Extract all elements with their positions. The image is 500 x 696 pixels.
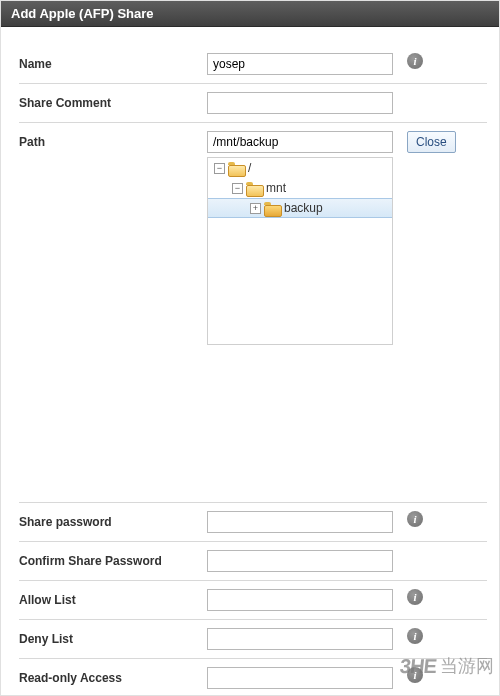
row-readonly-access: Read-only Access i <box>19 659 487 696</box>
label-share-comment: Share Comment <box>19 92 207 110</box>
close-button[interactable]: Close <box>407 131 456 153</box>
row-share-comment: Share Comment <box>19 84 487 123</box>
tree-item-selected[interactable]: + backup <box>208 198 392 218</box>
path-tree[interactable]: − / − mnt + <box>207 157 393 345</box>
afp-share-dialog: Add Apple (AFP) Share Name i Share Comme… <box>0 0 500 696</box>
deny-list-input[interactable] <box>207 628 393 650</box>
path-input[interactable] <box>207 131 393 153</box>
name-input[interactable] <box>207 53 393 75</box>
folder-open-icon <box>246 182 262 195</box>
info-icon[interactable]: i <box>407 53 423 69</box>
row-name: Name i <box>19 45 487 84</box>
tree-toggle-icon[interactable]: + <box>250 203 261 214</box>
label-readonly-access: Read-only Access <box>19 667 207 685</box>
tree-label: backup <box>284 201 323 215</box>
folder-icon <box>264 202 280 215</box>
row-confirm-share-password: Confirm Share Password <box>19 542 487 581</box>
row-share-password: Share password i <box>19 503 487 542</box>
confirm-share-password-input[interactable] <box>207 550 393 572</box>
dialog-title: Add Apple (AFP) Share <box>1 1 499 27</box>
dialog-content: Name i Share Comment Path <box>1 27 499 696</box>
label-share-password: Share password <box>19 511 207 529</box>
share-password-input[interactable] <box>207 511 393 533</box>
folder-open-icon <box>228 162 244 175</box>
label-path: Path <box>19 131 207 149</box>
tree-toggle-icon[interactable]: − <box>232 183 243 194</box>
tree-item[interactable]: − / <box>208 158 392 178</box>
tree-item[interactable]: − mnt <box>208 178 392 198</box>
tree-label: / <box>248 161 251 175</box>
label-allow-list: Allow List <box>19 589 207 607</box>
info-icon[interactable]: i <box>407 667 423 683</box>
info-icon[interactable]: i <box>407 628 423 644</box>
share-comment-input[interactable] <box>207 92 393 114</box>
row-allow-list: Allow List i <box>19 581 487 620</box>
info-icon[interactable]: i <box>407 589 423 605</box>
spacer <box>19 353 487 503</box>
readonly-access-input[interactable] <box>207 667 393 689</box>
row-deny-list: Deny List i <box>19 620 487 659</box>
row-path: Path − / − mnt <box>19 123 487 353</box>
tree-label: mnt <box>266 181 286 195</box>
label-confirm-share-password: Confirm Share Password <box>19 550 207 568</box>
label-name: Name <box>19 53 207 71</box>
tree-toggle-icon[interactable]: − <box>214 163 225 174</box>
label-deny-list: Deny List <box>19 628 207 646</box>
info-icon[interactable]: i <box>407 511 423 527</box>
allow-list-input[interactable] <box>207 589 393 611</box>
